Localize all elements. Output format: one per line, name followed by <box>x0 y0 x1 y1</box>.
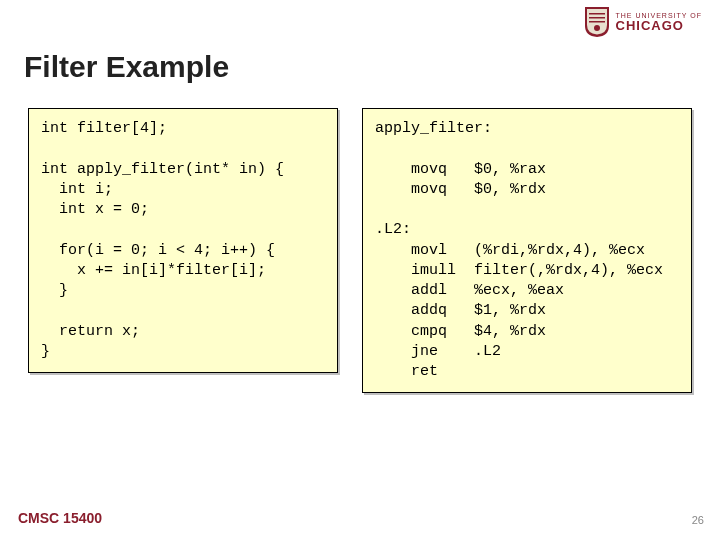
shield-icon <box>584 6 610 38</box>
footer-course: CMSC 15400 <box>18 510 102 526</box>
c-code-box: int filter[4]; int apply_filter(int* in)… <box>28 108 338 373</box>
svg-point-3 <box>594 25 600 31</box>
svg-rect-0 <box>589 13 605 15</box>
slide-title: Filter Example <box>24 50 229 84</box>
assembly-code-box: apply_filter: movq $0, %rax movq $0, %rd… <box>362 108 692 393</box>
svg-rect-1 <box>589 17 605 19</box>
university-logo: THE UNIVERSITY OF CHICAGO <box>584 6 703 38</box>
page-number: 26 <box>692 514 704 526</box>
logo-line2: CHICAGO <box>616 19 703 33</box>
logo-text: THE UNIVERSITY OF CHICAGO <box>616 12 703 33</box>
svg-rect-2 <box>589 21 605 23</box>
